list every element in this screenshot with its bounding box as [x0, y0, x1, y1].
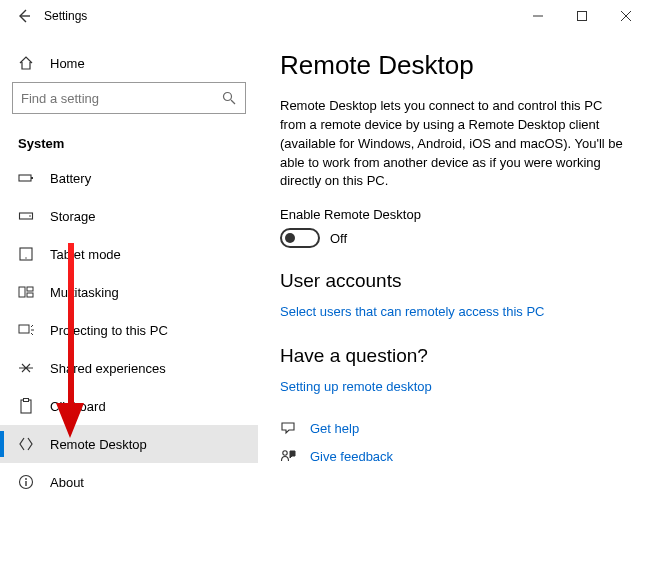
svg-rect-2	[19, 175, 31, 181]
sidebar-item-storage[interactable]: Storage	[0, 197, 258, 235]
select-users-link[interactable]: Select users that can remotely access th…	[280, 304, 544, 319]
window-title: Settings	[44, 9, 87, 23]
sidebar-item-shared-experiences[interactable]: Shared experiences	[0, 349, 258, 387]
sidebar-item-label: Tablet mode	[50, 247, 121, 262]
svg-point-7	[25, 257, 26, 258]
about-icon	[18, 474, 34, 490]
svg-rect-16	[25, 481, 26, 486]
clipboard-icon	[18, 398, 34, 414]
close-button[interactable]	[604, 0, 648, 32]
close-icon	[621, 11, 631, 21]
toggle-switch[interactable]	[280, 228, 320, 248]
svg-point-5	[29, 215, 31, 217]
sidebar-item-about[interactable]: About	[0, 463, 258, 501]
svg-point-1	[224, 93, 232, 101]
maximize-button[interactable]	[560, 0, 604, 32]
page-description: Remote Desktop lets you connect to and c…	[280, 97, 628, 191]
chat-icon	[280, 420, 296, 436]
sidebar-item-label: Battery	[50, 171, 91, 186]
sidebar-item-clipboard[interactable]: Clipboard	[0, 387, 258, 425]
svg-rect-0	[578, 12, 587, 21]
sidebar-item-remote-desktop[interactable]: Remote Desktop	[0, 425, 258, 463]
section-label: System	[0, 122, 258, 159]
back-arrow-icon	[17, 9, 31, 23]
sidebar-item-battery[interactable]: Battery	[0, 159, 258, 197]
sidebar-item-label: Remote Desktop	[50, 437, 147, 452]
search-icon	[221, 90, 237, 106]
toggle-label: Enable Remote Desktop	[280, 207, 628, 222]
svg-rect-11	[19, 325, 29, 333]
storage-icon	[18, 208, 34, 224]
sidebar-item-multitasking[interactable]: Multitasking	[0, 273, 258, 311]
sidebar-item-label: Storage	[50, 209, 96, 224]
minimize-button[interactable]	[516, 0, 560, 32]
home-nav-item[interactable]: Home	[0, 44, 258, 82]
home-icon	[18, 55, 34, 71]
page-title: Remote Desktop	[280, 50, 628, 81]
svg-point-17	[283, 451, 287, 455]
feedback-icon	[280, 448, 296, 464]
project-icon	[18, 322, 34, 338]
give-feedback-row[interactable]: Give feedback	[280, 448, 628, 464]
enable-remote-desktop-toggle[interactable]: Off	[280, 228, 628, 248]
home-label: Home	[50, 56, 85, 71]
sidebar-item-label: Projecting to this PC	[50, 323, 168, 338]
svg-rect-8	[19, 287, 25, 297]
svg-rect-13	[24, 399, 29, 402]
svg-rect-3	[31, 177, 33, 179]
setup-remote-desktop-link[interactable]: Setting up remote desktop	[280, 379, 432, 394]
sidebar-item-label: Shared experiences	[50, 361, 166, 376]
toggle-state: Off	[330, 231, 347, 246]
sidebar-item-tablet-mode[interactable]: Tablet mode	[0, 235, 258, 273]
nav-list: BatteryStorageTablet modeMultitaskingPro…	[0, 159, 258, 501]
user-accounts-heading: User accounts	[280, 270, 628, 292]
shared-icon	[18, 360, 34, 376]
multitasking-icon	[18, 284, 34, 300]
svg-point-15	[25, 478, 27, 480]
maximize-icon	[577, 11, 587, 21]
back-button[interactable]	[12, 4, 36, 28]
window-controls	[516, 0, 648, 32]
get-help-row[interactable]: Get help	[280, 420, 628, 436]
svg-rect-10	[27, 293, 33, 297]
sidebar-item-projecting-to-this-pc[interactable]: Projecting to this PC	[0, 311, 258, 349]
battery-icon	[18, 170, 34, 186]
get-help-link[interactable]: Get help	[310, 421, 359, 436]
main-content: Remote Desktop Remote Desktop lets you c…	[258, 32, 648, 565]
sidebar: Home System BatteryStorageTablet modeMul…	[0, 32, 258, 565]
sidebar-item-label: Multitasking	[50, 285, 119, 300]
search-box[interactable]	[12, 82, 246, 114]
sidebar-item-label: About	[50, 475, 84, 490]
svg-rect-9	[27, 287, 33, 291]
sidebar-item-label: Clipboard	[50, 399, 106, 414]
tablet-icon	[18, 246, 34, 262]
minimize-icon	[533, 11, 543, 21]
search-input[interactable]	[21, 91, 221, 106]
give-feedback-link[interactable]: Give feedback	[310, 449, 393, 464]
titlebar: Settings	[0, 0, 648, 32]
question-heading: Have a question?	[280, 345, 628, 367]
toggle-row: Enable Remote Desktop Off	[280, 207, 628, 248]
toggle-knob	[285, 233, 295, 243]
remote-icon	[18, 436, 34, 452]
